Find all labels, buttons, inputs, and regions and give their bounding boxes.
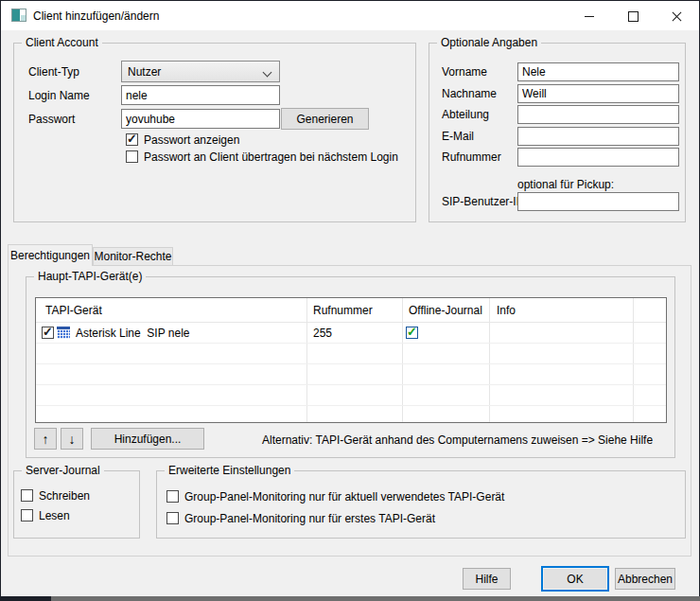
tab-monitor-rechte[interactable]: Monitor-Rechte (93, 247, 173, 265)
maximize-icon (628, 11, 639, 22)
close-icon (672, 11, 682, 22)
arrow-down-icon: ↓ (69, 432, 76, 447)
erweiterte-einstellungen-group: Erweiterte Einstellungen (156, 470, 686, 539)
arrow-up-icon: ↑ (43, 432, 49, 447)
app-icon (11, 9, 26, 22)
passwort-anzeigen-label: Passwort anzeigen (144, 133, 239, 147)
abbrechen-button[interactable]: Abbrechen (615, 568, 675, 590)
rufnummer-label: Rufnummer (442, 150, 501, 164)
vorname-input[interactable] (517, 62, 679, 81)
client-account-group-label: Client Account (22, 36, 102, 49)
col-header-info[interactable]: Info (497, 304, 516, 317)
group-panel-aktuell-label: Group-Panel-Monitoring nur für aktuell v… (184, 490, 504, 504)
erweiterte-einstellungen-group-label: Erweiterte Einstellungen (165, 464, 294, 477)
group-panel-erstes-checkbox[interactable] (166, 512, 179, 524)
move-up-button[interactable]: ↑ (34, 428, 57, 450)
nachname-input[interactable] (517, 84, 679, 103)
window-controls (568, 2, 698, 31)
client-typ-value: Nutzer (128, 65, 161, 79)
passwort-label: Passwort (28, 113, 75, 126)
login-name-label: Login Name (28, 89, 90, 102)
col-header-rufnummer[interactable]: Rufnummer (313, 304, 373, 317)
email-input[interactable] (517, 127, 679, 146)
move-down-button[interactable]: ↓ (61, 428, 83, 450)
device-name: Asterisk Line SIP nele (76, 327, 190, 340)
client-typ-select[interactable]: Nutzer (121, 61, 280, 82)
close-button[interactable] (655, 2, 698, 31)
window-title: Client hinzufügen/ändern (33, 9, 159, 23)
chevron-down-icon (263, 68, 272, 78)
table-row-empty[interactable] (36, 385, 666, 406)
rufnummer-input[interactable] (517, 148, 679, 167)
optionale-angaben-group-label: Optionale Angaben (437, 36, 541, 49)
background-strip-dark (0, 596, 51, 601)
sip-benutzer-id-label: SIP-Benutzer-ID (442, 195, 524, 208)
table-row[interactable]: Asterisk Line SIP nele 255 (36, 323, 666, 344)
minimize-button[interactable] (568, 2, 611, 31)
sip-benutzer-id-input[interactable] (517, 192, 679, 211)
group-panel-aktuell-checkbox[interactable] (166, 490, 179, 503)
client-dialog-window: Client hinzufügen/ändern Client Account … (0, 0, 700, 601)
background-strip-gray (51, 596, 700, 601)
alternativ-hint: Alternativ: TAPI-Gerät anhand des Comput… (262, 433, 653, 447)
haupt-tapi-group-label: Haupt-TAPI-Gerät(e) (34, 270, 146, 283)
abteilung-label: Abteilung (442, 108, 489, 121)
tab-berechtigungen[interactable]: Berechtigungen (8, 244, 93, 266)
client-typ-label: Client-Typ (28, 65, 79, 79)
nachname-label: Nachname (442, 87, 497, 100)
vorname-label: Vorname (442, 65, 487, 79)
col-header-offline-journal[interactable]: Offline-Journal (409, 304, 482, 317)
email-label: E-Mail (442, 130, 474, 143)
abteilung-input[interactable] (517, 105, 679, 124)
tapi-device-icon (57, 327, 70, 339)
device-enabled-checkbox[interactable] (42, 327, 54, 339)
tapi-device-table: TAPI-Gerät Rufnummer Offline-Journal Inf… (35, 297, 667, 423)
table-row-empty[interactable] (36, 344, 666, 364)
col-header-tapi-geraet[interactable]: TAPI-Gerät (45, 304, 102, 317)
generieren-button[interactable]: Generieren (281, 108, 369, 130)
hilfe-button[interactable]: Hilfe (463, 568, 511, 590)
table-row-empty[interactable] (36, 364, 666, 385)
schreiben-label: Schreiben (39, 489, 90, 503)
schreiben-checkbox[interactable] (21, 489, 33, 502)
table-header: TAPI-Gerät Rufnummer Offline-Journal Inf… (36, 298, 666, 323)
ok-button[interactable]: OK (541, 566, 609, 592)
passwort-uebertragen-checkbox[interactable] (126, 150, 138, 163)
group-panel-erstes-label: Group-Panel-Monitoring nur für erstes TA… (184, 512, 435, 525)
device-rufnummer: 255 (313, 327, 332, 340)
passwort-uebertragen-label: Passwort an Client übertragen bei nächst… (144, 150, 398, 164)
titlebar[interactable]: Client hinzufügen/ändern (1, 1, 699, 30)
hinzufuegen-button[interactable]: Hinzufügen... (91, 428, 204, 450)
table-row-empty[interactable] (36, 406, 666, 423)
minimize-icon (585, 16, 594, 17)
window-border-left (0, 0, 1, 596)
offline-journal-checkbox[interactable] (406, 327, 418, 339)
passwort-input[interactable] (121, 109, 280, 129)
login-name-input[interactable] (121, 85, 280, 105)
lesen-checkbox[interactable] (21, 509, 33, 521)
maximize-button[interactable] (611, 2, 655, 31)
passwort-anzeigen-checkbox[interactable] (126, 133, 138, 146)
pickup-hint-label: optional für Pickup: (517, 178, 614, 191)
lesen-label: Lesen (39, 509, 70, 522)
server-journal-group-label: Server-Journal (22, 464, 104, 477)
server-journal-group: Server-Journal (13, 470, 140, 539)
